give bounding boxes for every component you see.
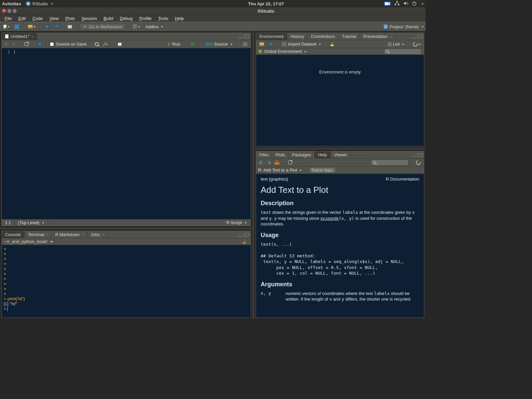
minimize-pane-icon[interactable] bbox=[238, 35, 243, 38]
horizontal-splitter[interactable] bbox=[0, 227, 252, 229]
close-tab-icon[interactable]: × bbox=[31, 35, 33, 39]
network-icon[interactable] bbox=[395, 1, 399, 7]
help-forward-button[interactable] bbox=[266, 160, 272, 166]
cursor-position[interactable]: 1:1 bbox=[2, 219, 15, 226]
line-number: 1 bbox=[2, 49, 10, 54]
clear-console-button[interactable] bbox=[241, 238, 248, 245]
window-minimize-button[interactable] bbox=[7, 9, 11, 13]
tab-presentation[interactable]: Presentation× bbox=[360, 33, 395, 40]
close-icon[interactable]: × bbox=[46, 233, 48, 237]
maximize-pane-icon[interactable] bbox=[244, 233, 249, 236]
menu-profile[interactable]: Profile bbox=[137, 15, 154, 22]
activities-button[interactable]: Activities bbox=[2, 1, 21, 6]
menu-file[interactable]: File bbox=[2, 15, 14, 22]
clear-workspace-button[interactable] bbox=[329, 41, 336, 48]
console-output[interactable]: >>>>>>>>>>> print('hi!')[1] "hi!"> bbox=[2, 245, 251, 318]
tab-tutorial[interactable]: Tutorial bbox=[339, 33, 360, 40]
tab-history[interactable]: History bbox=[287, 33, 308, 40]
tab-terminal[interactable]: Terminal× bbox=[25, 231, 52, 238]
rerun-button[interactable] bbox=[189, 41, 197, 48]
save-source-button[interactable] bbox=[36, 41, 44, 48]
env-scope-selector[interactable]: Global Environment bbox=[264, 49, 306, 54]
save-workspace-button[interactable] bbox=[267, 41, 275, 48]
close-icon[interactable]: × bbox=[81, 233, 83, 237]
maximize-pane-icon[interactable] bbox=[244, 35, 249, 38]
compile-report-button[interactable] bbox=[116, 41, 123, 48]
save-all-button[interactable] bbox=[53, 23, 60, 30]
help-refresh-button[interactable] bbox=[415, 159, 422, 166]
menu-tools[interactable]: Tools bbox=[156, 15, 171, 22]
tab-viewer[interactable]: Viewer bbox=[331, 151, 351, 159]
save-button[interactable] bbox=[43, 23, 51, 30]
scope-selector[interactable]: (Top Level)⇕ bbox=[15, 219, 48, 226]
help-breadcrumb[interactable]: R: Add Text to a Plot bbox=[258, 168, 302, 173]
tab-jobs[interactable]: Jobs× bbox=[87, 231, 108, 238]
maximize-pane-icon[interactable] bbox=[417, 35, 422, 38]
maximize-pane-icon[interactable] bbox=[417, 153, 422, 157]
goto-file-function[interactable]: Go to file/function bbox=[80, 23, 125, 30]
help-home-button[interactable] bbox=[274, 160, 280, 166]
show-in-new-window-button[interactable] bbox=[23, 41, 30, 48]
help-back-button[interactable] bbox=[258, 160, 264, 166]
source-tab[interactable]: Untitled1* × bbox=[2, 33, 37, 40]
addins-menu[interactable]: Addins bbox=[143, 24, 165, 29]
tab-plots[interactable]: Plots bbox=[272, 151, 289, 159]
import-dataset-button[interactable]: Import Dataset bbox=[281, 41, 322, 48]
goto-dir-icon[interactable] bbox=[50, 240, 54, 243]
zoom-tray-icon[interactable] bbox=[384, 2, 391, 6]
source-button[interactable]: Source bbox=[203, 41, 235, 47]
help-document[interactable]: text {graphics} R Documentation Add Text… bbox=[256, 174, 424, 318]
tab-packages[interactable]: Packages bbox=[289, 151, 315, 159]
nav-forward-button[interactable] bbox=[11, 42, 16, 47]
help-search-input[interactable] bbox=[371, 160, 408, 166]
volume-icon[interactable] bbox=[403, 1, 408, 7]
find-in-topic-input[interactable]: Find in Topic bbox=[309, 167, 336, 173]
project-menu[interactable]: Project: (None) bbox=[384, 24, 424, 29]
menu-help[interactable]: Help bbox=[172, 15, 187, 22]
menu-debug[interactable]: Debug bbox=[117, 15, 135, 22]
open-file-button[interactable] bbox=[27, 23, 37, 30]
tab-connections[interactable]: Connections bbox=[308, 33, 338, 40]
menu-build[interactable]: Build bbox=[101, 15, 116, 22]
tab-environment[interactable]: Environment bbox=[256, 33, 287, 40]
tab-console[interactable]: Console bbox=[2, 231, 25, 238]
tab-rmarkdown[interactable]: R Markdown× bbox=[52, 231, 87, 238]
env-search-input[interactable] bbox=[384, 49, 421, 55]
window-close-button[interactable] bbox=[2, 9, 6, 13]
language-selector[interactable]: R Script⇕ bbox=[223, 219, 251, 226]
env-view-mode[interactable]: List bbox=[386, 41, 405, 48]
power-icon[interactable] bbox=[412, 1, 417, 7]
menu-edit[interactable]: Edit bbox=[16, 15, 28, 22]
new-project-button[interactable] bbox=[13, 23, 20, 30]
close-icon[interactable]: × bbox=[390, 35, 392, 39]
tab-files[interactable]: Files bbox=[256, 151, 272, 159]
app-menu[interactable]: R RStudio bbox=[26, 1, 53, 6]
help-popout-button[interactable] bbox=[286, 159, 294, 166]
code-tools-button[interactable] bbox=[102, 41, 110, 48]
panes-layout-button[interactable] bbox=[132, 23, 141, 30]
minimize-pane-icon[interactable] bbox=[411, 153, 416, 157]
tab-help[interactable]: Help bbox=[315, 151, 331, 159]
close-icon[interactable]: × bbox=[102, 233, 104, 237]
source-on-save-checkbox[interactable] bbox=[50, 42, 54, 46]
menu-plots[interactable]: Plots bbox=[63, 15, 77, 22]
print-button[interactable] bbox=[66, 23, 73, 30]
minimize-pane-icon[interactable] bbox=[238, 233, 243, 236]
code-text: labels bbox=[374, 291, 390, 296]
chevron-down-icon[interactable] bbox=[422, 3, 424, 5]
code-editor[interactable]: 1 bbox=[2, 48, 251, 219]
minimize-pane-icon[interactable] bbox=[411, 35, 416, 38]
run-button[interactable]: Run bbox=[166, 41, 183, 47]
outline-toggle-button[interactable] bbox=[241, 41, 249, 48]
horizontal-splitter[interactable] bbox=[254, 148, 426, 150]
refresh-env-button[interactable] bbox=[412, 41, 422, 48]
load-workspace-button[interactable] bbox=[258, 41, 265, 48]
menu-view[interactable]: View bbox=[47, 15, 61, 22]
window-maximize-button[interactable] bbox=[13, 9, 17, 13]
menu-session[interactable]: Session bbox=[79, 15, 99, 22]
find-replace-button[interactable] bbox=[93, 41, 100, 48]
menu-code[interactable]: Code bbox=[30, 15, 45, 22]
new-file-button[interactable] bbox=[2, 23, 11, 30]
nav-back-button[interactable] bbox=[4, 42, 9, 47]
help-link-xycoords[interactable]: xy.coords bbox=[321, 216, 339, 221]
